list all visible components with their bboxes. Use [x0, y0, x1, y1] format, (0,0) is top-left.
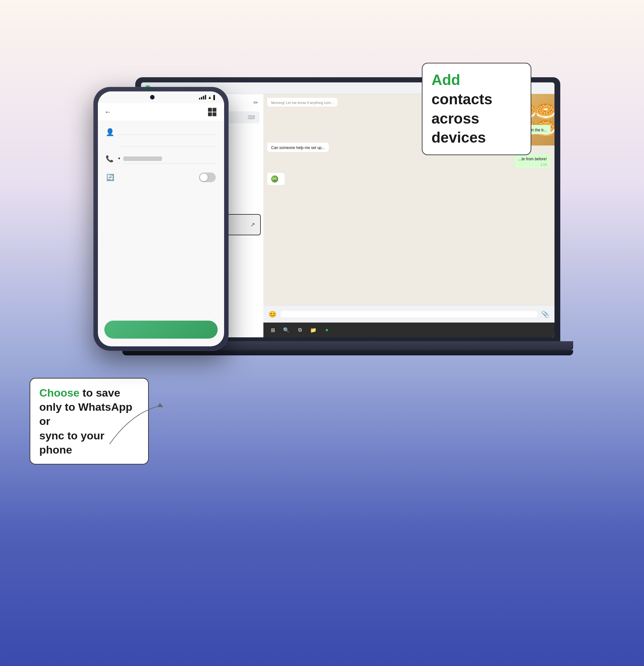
- choose-highlight: Choose: [39, 387, 80, 399]
- save-button[interactable]: [104, 321, 218, 339]
- chat-input-bar[interactable]: 😊 📎: [263, 305, 555, 322]
- drew-avatar: DG: [271, 175, 278, 182]
- battery-icon: ▌: [213, 95, 216, 100]
- country-phone-row: 📞 ▾: [106, 154, 216, 163]
- qr-code-icon[interactable]: [207, 107, 218, 118]
- laptop-base-bottom: [122, 350, 573, 355]
- right-callout-text: contactsacross devices: [432, 91, 492, 146]
- cellular-signal: [199, 95, 206, 100]
- dropdown-arrow-icon: ▾: [118, 156, 120, 161]
- country-selector[interactable]: ▾: [117, 156, 120, 163]
- sync-toggle-row: 🔄: [106, 173, 216, 182]
- msg-help: Can someone help me set up...: [267, 143, 329, 152]
- task-view-icon[interactable]: ⧉: [296, 326, 304, 334]
- msg-before: ...te from before! 1:14: [515, 154, 551, 168]
- sync-toggle[interactable]: [199, 173, 216, 182]
- right-callout-box: Add contactsacross devices: [422, 63, 531, 155]
- phone-input-row: ▾: [117, 156, 216, 163]
- before-msg-wrapper: ...te from before! 1:14: [267, 154, 551, 168]
- paperclip-icon[interactable]: 📎: [541, 310, 549, 318]
- keypad-icon: ⌨: [248, 114, 255, 120]
- left-callout-box: Choose to saveonly to WhatsApp orsync to…: [30, 378, 149, 465]
- status-bar: ▲ ▌: [98, 91, 224, 103]
- person-icon: 👤: [106, 128, 115, 137]
- search-taskbar-icon[interactable]: 🔍: [282, 326, 291, 334]
- windows-taskbar: ⊞ 🔍 ⧉ 📁 ●: [263, 322, 555, 337]
- phone-device: ▲ ▌ ←: [93, 87, 229, 351]
- emoji-icon[interactable]: 😊: [268, 310, 277, 318]
- blurred-phone-number: [123, 156, 162, 161]
- phone-group: 📞 ▾: [106, 154, 216, 163]
- file-explorer-icon[interactable]: 📁: [309, 326, 317, 334]
- first-name-row: 👤: [106, 128, 216, 137]
- phone-icon: 📞: [106, 155, 114, 162]
- camera-notch: [150, 95, 155, 100]
- toggle-knob: [200, 174, 208, 181]
- first-name-group: 👤: [106, 128, 216, 137]
- phone-number-input[interactable]: [123, 156, 216, 163]
- phone-frame: ▲ ▌ ←: [93, 87, 229, 351]
- signal-indicators: ▲ ▌: [199, 95, 216, 100]
- add-highlight: Add: [432, 71, 460, 88]
- cursor-icon: ↗: [250, 221, 255, 228]
- phone-screen: ▲ ▌ ←: [98, 91, 224, 346]
- last-name-group: [106, 144, 216, 146]
- message-input[interactable]: [280, 311, 537, 317]
- new-contact-header: ←: [98, 103, 224, 121]
- first-name-input[interactable]: [119, 133, 216, 135]
- whatsapp-taskbar-icon[interactable]: ●: [323, 326, 331, 334]
- sync-icon: 🔄: [106, 174, 114, 181]
- msg-drew: DG: [267, 173, 285, 185]
- contact-form: 👤 📞: [98, 121, 224, 314]
- windows-start-icon[interactable]: ⊞: [268, 326, 277, 334]
- wifi-icon: ▲: [208, 95, 212, 100]
- last-name-input[interactable]: [119, 144, 216, 146]
- back-arrow-icon[interactable]: ←: [104, 108, 111, 116]
